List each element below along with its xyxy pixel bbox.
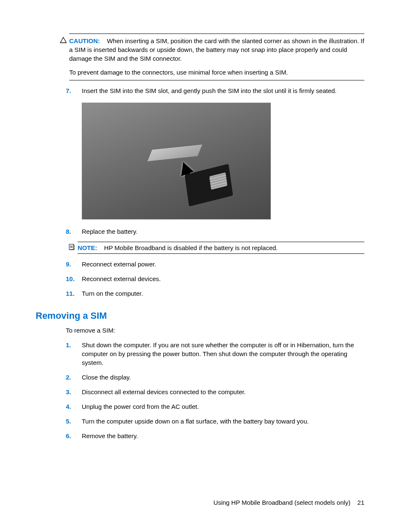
remove-step-5: 5. Turn the computer upside down on a fl… (36, 417, 364, 426)
remove-step-2: 2. Close the display. (36, 373, 364, 382)
remove-step-1: 1. Shut down the computer. If you are no… (36, 341, 364, 367)
step-text: Shut down the computer. If you are not s… (82, 341, 354, 366)
step-text: Reconnect external power. (82, 261, 156, 268)
page-footer: Using HP Mobile Broadband (select models… (213, 498, 364, 507)
note-page-icon (68, 244, 75, 251)
removing-sim-steps: 1. Shut down the computer. If you are no… (36, 341, 364, 440)
remove-step-6: 6. Remove the battery. (36, 431, 364, 440)
footer-text: Using HP Mobile Broadband (select models… (213, 499, 351, 506)
step-number: 8. (66, 227, 71, 236)
remove-step-3: 3. Disconnect all external devices conne… (36, 387, 364, 396)
section-intro: To remove a SIM: (66, 326, 364, 335)
step-text: Close the display. (82, 374, 131, 381)
caution-text-1: When inserting a SIM, position the card … (69, 37, 364, 62)
section-heading-removing-sim: Removing a SIM (36, 310, 364, 323)
step-number: 11. (66, 289, 75, 298)
step-text: Disconnect all external devices connecte… (82, 388, 246, 395)
step-8: 8. Replace the battery. (36, 227, 364, 236)
steps-list-a: 7. Insert the SIM into the SIM slot, and… (36, 86, 364, 95)
document-page: CAUTION: When inserting a SIM, position … (0, 0, 400, 532)
step-number: 2. (66, 373, 71, 382)
step-11: 11. Turn on the computer. (36, 289, 364, 298)
caution-label: CAUTION: (69, 37, 100, 44)
step-text: Remove the battery. (82, 432, 138, 439)
steps-list-c: 9. Reconnect external power. 10. Reconne… (36, 260, 364, 298)
step-number: 5. (66, 417, 71, 426)
step-number: 6. (66, 431, 71, 440)
remove-step-4: 4. Unplug the power cord from the AC out… (36, 402, 364, 411)
sim-insert-illustration (82, 103, 271, 220)
note-label: NOTE: (78, 244, 97, 251)
step-number: 10. (66, 274, 75, 283)
step-7: 7. Insert the SIM into the SIM slot, and… (36, 86, 364, 95)
step-number: 1. (66, 341, 71, 349)
svg-rect-0 (69, 244, 73, 250)
step-text: Unplug the power cord from the AC outlet… (82, 403, 199, 410)
note-text: HP Mobile Broadband is disabled if the b… (99, 244, 278, 251)
step-text: Replace the battery. (82, 228, 138, 235)
caution-para1: When inserting a SIM, position the card … (69, 37, 364, 62)
note-callout: NOTE: HP Mobile Broadband is disabled if… (78, 242, 364, 254)
note-body: HP Mobile Broadband is disabled if the b… (104, 244, 278, 251)
caution-callout: CAUTION: When inserting a SIM, position … (69, 34, 364, 80)
step-number: 4. (66, 402, 71, 411)
step-text: Turn the computer upside down on a flat … (82, 418, 309, 425)
step-text: Reconnect external devices. (82, 275, 161, 282)
step-text: Insert the SIM into the SIM slot, and ge… (82, 87, 337, 94)
page-number: 21 (357, 499, 364, 506)
step-number: 3. (66, 387, 71, 396)
step-text: Turn on the computer. (82, 290, 143, 297)
step-9: 9. Reconnect external power. (36, 260, 364, 269)
caution-para2: To prevent damage to the connectors, use… (69, 68, 364, 77)
caution-triangle-icon (60, 37, 67, 44)
sim-slot-shape (147, 144, 203, 162)
step-number: 7. (66, 86, 71, 95)
steps-list-b: 8. Replace the battery. (36, 227, 364, 236)
step-10: 10. Reconnect external devices. (36, 274, 364, 283)
step-number: 9. (66, 260, 71, 269)
